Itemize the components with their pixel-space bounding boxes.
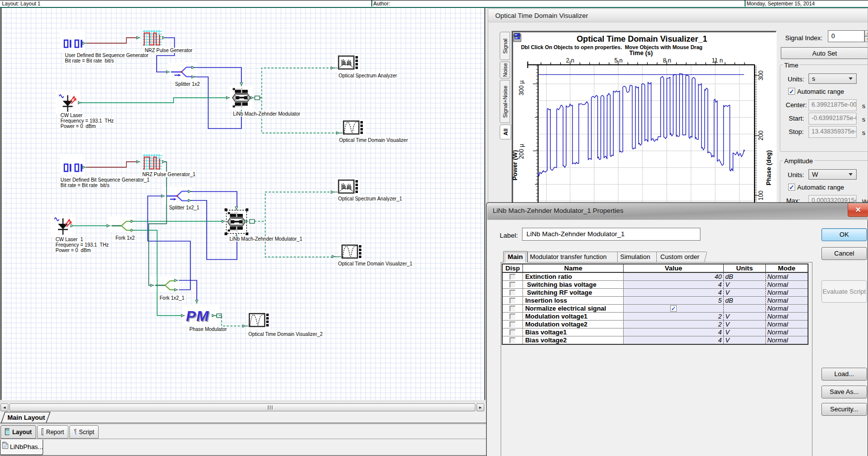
svg-text:8 n: 8 n: [663, 57, 671, 64]
svg-text:2 n: 2 n: [566, 57, 575, 64]
svg-text:11 n: 11 n: [712, 57, 723, 64]
svg-text:Phase (deg): Phase (deg): [765, 150, 772, 186]
svg-text:100: 100: [757, 191, 764, 200]
svg-text:300: 300: [757, 70, 764, 80]
svg-text:Dbl Click On Objects to open p: Dbl Click On Objects to open properties.…: [521, 44, 702, 50]
svg-text:Time (s): Time (s): [629, 50, 653, 57]
svg-text:200: 200: [757, 130, 764, 140]
svg-text:300 µ: 300 µ: [518, 80, 525, 95]
svg-text:Power (W): Power (W): [512, 150, 519, 180]
svg-text:200 µ: 200 µ: [518, 144, 525, 159]
svg-text:5 n: 5 n: [614, 57, 623, 64]
svg-text:Optical Time Domain Visualizer: Optical Time Domain Visualizer_1: [577, 34, 707, 43]
